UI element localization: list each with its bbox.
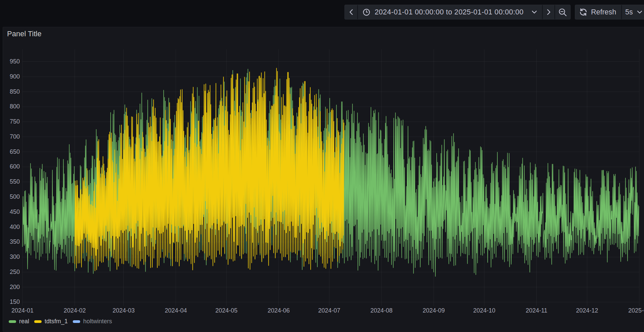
- svg-text:2024-12: 2024-12: [576, 307, 598, 314]
- svg-text:2024-05: 2024-05: [215, 307, 237, 314]
- svg-text:2025-01: 2025-01: [628, 307, 644, 314]
- svg-text:750: 750: [10, 118, 20, 125]
- svg-text:250: 250: [10, 269, 20, 275]
- svg-text:650: 650: [10, 148, 20, 155]
- svg-text:400: 400: [10, 224, 20, 230]
- svg-text:2024-03: 2024-03: [112, 307, 135, 314]
- svg-text:2024-07: 2024-07: [318, 307, 340, 314]
- svg-text:2024-06: 2024-06: [268, 307, 290, 314]
- svg-text:2024-09: 2024-09: [423, 307, 445, 314]
- svg-text:2024-11: 2024-11: [526, 307, 547, 314]
- svg-text:900: 900: [10, 73, 20, 80]
- svg-text:2024-04: 2024-04: [165, 307, 187, 314]
- svg-text:200: 200: [10, 284, 20, 290]
- svg-text:850: 850: [10, 88, 20, 95]
- svg-text:550: 550: [10, 178, 20, 185]
- svg-text:350: 350: [10, 238, 20, 245]
- svg-text:2024-02: 2024-02: [64, 307, 86, 314]
- svg-text:150: 150: [10, 298, 20, 305]
- svg-text:950: 950: [10, 58, 20, 65]
- svg-text:800: 800: [10, 103, 20, 110]
- svg-text:2024-01: 2024-01: [11, 307, 34, 314]
- svg-text:700: 700: [10, 133, 20, 140]
- svg-text:450: 450: [10, 208, 20, 215]
- svg-text:600: 600: [10, 163, 20, 170]
- svg-text:500: 500: [10, 193, 20, 200]
- svg-text:2024-10: 2024-10: [473, 307, 495, 314]
- svg-text:300: 300: [10, 253, 20, 260]
- svg-text:2024-08: 2024-08: [370, 307, 392, 314]
